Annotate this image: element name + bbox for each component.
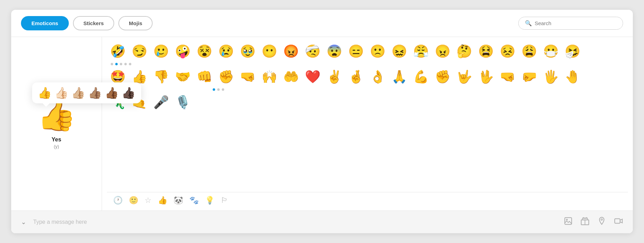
search-box: 🔍	[518, 17, 623, 30]
list-item[interactable]: 👊	[193, 66, 215, 88]
tab-stickers[interactable]: Stickers	[73, 16, 114, 30]
list-item[interactable]: 🙁	[367, 40, 388, 62]
list-item[interactable]: 🤚	[562, 66, 583, 88]
list-item[interactable]: 🥹	[237, 40, 258, 62]
image-svg	[564, 216, 573, 226]
list-item[interactable]: 🤜	[497, 66, 518, 88]
dots-row-1	[107, 63, 628, 65]
svg-rect-4	[582, 218, 587, 220]
search-input[interactable]	[535, 20, 616, 26]
location-icon[interactable]	[597, 216, 606, 228]
svg-rect-0	[565, 218, 572, 224]
location-svg	[597, 216, 606, 226]
skin-tone-popup: 👍 👍🏻 👍🏼 👍🏽 👍🏾 👍🏿	[32, 82, 141, 103]
list-item[interactable]: 😨	[323, 40, 345, 62]
dot	[124, 63, 127, 65]
skin-tone-medium[interactable]: 👍🏽	[88, 87, 102, 98]
main-content: 👍 👍🏻 👍🏼 👍🏽 👍🏾 👍🏿 👍 Yes (y) 🤣 😏 🥲 🤪 😵 😢	[11, 37, 633, 211]
skin-tone-medium-light[interactable]: 👍🏼	[71, 87, 85, 98]
emoji-label: Yes	[52, 137, 61, 143]
gift-svg	[580, 216, 590, 226]
skin-tone-medium-dark[interactable]: 👍🏾	[105, 87, 119, 98]
emoji-row-3: 🦎 🤙 🎤 🎙️	[107, 91, 628, 113]
video-svg	[614, 216, 623, 226]
list-item[interactable]: 😏	[129, 40, 150, 62]
list-item[interactable]: 🤔	[453, 40, 475, 62]
tab-mojis[interactable]: Mojis	[118, 16, 153, 30]
list-item[interactable]: ✊	[432, 66, 453, 88]
svg-point-1	[566, 219, 568, 220]
gift-icon[interactable]	[580, 216, 590, 228]
list-item[interactable]: 😡	[280, 40, 302, 62]
list-item[interactable]: 😢	[215, 40, 237, 62]
emoji-row-1: 🤣 😏 🥲 🤪 😵 😢 🥹 😶 😡 🤕 😨 😑 🙁 😖 😤 😠 🤔 😫 😣	[107, 40, 628, 62]
list-item[interactable]: 👌	[367, 66, 388, 88]
cat-animals[interactable]: 🐼	[174, 196, 183, 205]
list-item[interactable]: ❤️	[302, 66, 323, 88]
list-item[interactable]: 🤲	[280, 66, 302, 88]
list-item[interactable]: 🙌	[258, 66, 280, 88]
list-item[interactable]: 😷	[540, 40, 562, 62]
list-item[interactable]: 🖖	[475, 66, 497, 88]
list-item[interactable]: 😵	[193, 40, 215, 62]
chevron-icon[interactable]: ⌄	[21, 218, 26, 226]
dot-active	[213, 88, 215, 91]
cat-stars[interactable]: ☆	[145, 196, 152, 205]
list-item[interactable]: 🤣	[107, 40, 129, 62]
skin-tone-dark[interactable]: 👍🏿	[122, 87, 136, 98]
list-item[interactable]: 😶	[258, 40, 280, 62]
list-item[interactable]: 🤜	[237, 66, 258, 88]
emoji-grid-area: 🤣 😏 🥲 🤪 😵 😢 🥹 😶 😡 🤕 😨 😑 🙁 😖 😤 😠 🤔 😫 😣	[102, 37, 633, 211]
cat-ideas[interactable]: 💡	[205, 196, 214, 205]
emoji-panel: Emoticons Stickers Mojis 🔍 👍 👍🏻 👍🏼 👍🏽 👍🏾…	[11, 10, 633, 233]
message-input-placeholder[interactable]: Type a message here	[33, 219, 559, 225]
skin-tone-default[interactable]: 👍	[38, 87, 52, 98]
cat-hands[interactable]: 👍	[158, 196, 167, 205]
cat-faces[interactable]: 🙂	[129, 196, 138, 205]
list-item[interactable]: 🖐️	[540, 66, 562, 88]
list-item[interactable]: 😫	[475, 40, 497, 62]
list-item[interactable]: 💪	[410, 66, 432, 88]
left-panel: 👍 👍🏻 👍🏼 👍🏽 👍🏾 👍🏿 👍 Yes (y)	[11, 37, 102, 211]
list-item[interactable]: 🤪	[172, 40, 193, 62]
list-item[interactable]: 🤝	[172, 66, 193, 88]
dot	[111, 63, 113, 65]
dot	[129, 63, 131, 65]
tab-emoticons[interactable]: Emoticons	[21, 16, 69, 30]
list-item[interactable]: 😣	[497, 40, 518, 62]
list-item[interactable]: 🤕	[302, 40, 323, 62]
skin-tone-light[interactable]: 👍🏻	[54, 87, 68, 98]
list-item[interactable]: 🎤	[150, 91, 172, 113]
list-item[interactable]: 🤞	[345, 66, 367, 88]
dots-row-2	[107, 88, 628, 91]
cat-objects[interactable]: 🐾	[189, 196, 199, 205]
list-item[interactable]: 🤛	[518, 66, 540, 88]
list-item[interactable]: 😩	[518, 40, 540, 62]
top-bar: Emoticons Stickers Mojis 🔍	[11, 10, 633, 37]
list-item[interactable]: 🙏	[388, 66, 410, 88]
video-icon[interactable]	[614, 216, 623, 228]
list-item[interactable]: 🤧	[562, 40, 583, 62]
dot	[222, 88, 224, 91]
cat-recent[interactable]: 🕐	[113, 196, 123, 205]
image-icon[interactable]	[564, 216, 573, 228]
dot	[217, 88, 220, 91]
list-item[interactable]: 😠	[432, 40, 453, 62]
list-item[interactable]: 😤	[410, 40, 432, 62]
dot	[120, 63, 122, 65]
list-item[interactable]: ✌️	[323, 66, 345, 88]
list-item[interactable]: 😖	[388, 40, 410, 62]
emoji-shortcode: (y)	[54, 144, 59, 149]
dot-active	[115, 63, 118, 65]
list-item[interactable]: 🤟	[453, 66, 475, 88]
bottom-bar: ⌄ Type a message here	[11, 211, 633, 233]
list-item[interactable]: 👎	[150, 66, 172, 88]
emoji-row-2: 🤩 👍 👎 🤝 👊 ✊ 🤜 🙌 🤲 ❤️ ✌️ 🤞 👌 🙏 💪 ✊ 🤟 🖖 🤜	[107, 66, 628, 88]
cat-flags[interactable]: 🏳	[221, 196, 228, 205]
list-item[interactable]: 🥲	[150, 40, 172, 62]
list-item[interactable]: ✊	[215, 66, 237, 88]
list-item[interactable]: 🎙️	[172, 91, 193, 113]
list-item[interactable]: 😑	[345, 40, 367, 62]
category-bar: 🕐 🙂 ☆ 👍 🐼 🐾 💡 🏳	[107, 192, 628, 208]
svg-rect-6	[615, 219, 620, 223]
